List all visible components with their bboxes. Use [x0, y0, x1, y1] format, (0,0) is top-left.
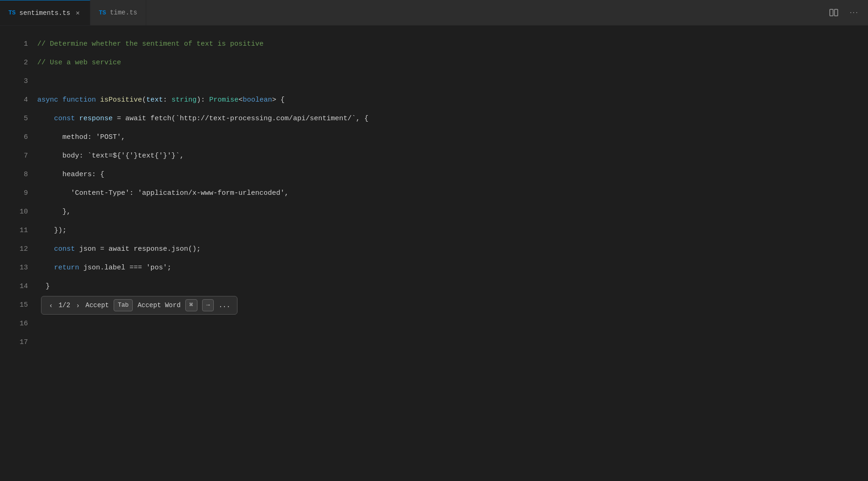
svg-rect-0 [830, 9, 833, 16]
line-number-7: 7 [14, 147, 28, 165]
code-line-9: 'Content-Type': 'application/x-www-form-… [37, 184, 849, 203]
code-token: json.label === 'pos'; [79, 262, 171, 274]
code-line-8: headers: { [37, 165, 849, 184]
code-line-13: return json.label === 'pos'; [37, 259, 849, 277]
accept-label: Accept [86, 300, 109, 310]
code-line-16 [37, 315, 849, 333]
line-number-13: 13 [14, 259, 28, 277]
code-token: return [54, 262, 79, 274]
tab-close-sentiments[interactable]: ✕ [74, 8, 81, 18]
more-options-label[interactable]: ... [218, 300, 230, 310]
code-token: response [79, 113, 113, 124]
line-number-9: 9 [14, 184, 28, 203]
code-line-10: }, [37, 203, 849, 221]
tab-key-badge: Tab [114, 299, 133, 312]
code-line-1: // Determine whether the sentiment of te… [37, 35, 849, 54]
code-token [37, 244, 54, 255]
code-line-5: const response = await fetch(`http://tex… [37, 110, 849, 128]
code-line-2: // Use a web service [37, 54, 849, 72]
svg-rect-1 [834, 9, 838, 16]
code-token: > { [272, 95, 285, 106]
arrow-key-badge: → [202, 299, 214, 312]
tab-bar-actions: ··· [820, 7, 868, 19]
code-token: const [54, 113, 75, 124]
code-token: boolean [243, 95, 272, 106]
line-number-4: 4 [14, 91, 28, 110]
tab-sentiments[interactable]: TS sentiments.ts ✕ [0, 0, 90, 25]
line-number-15: 15 [14, 296, 28, 315]
code-token: 'Content-Type': 'application/x-www-form-… [37, 188, 289, 199]
code-line-17 [37, 333, 849, 352]
code-line-6: method: 'POST', [37, 128, 849, 147]
line-number-16: 16 [14, 315, 28, 333]
line-number-1: 1 [14, 35, 28, 54]
code-content[interactable]: // Determine whether the sentiment of te… [37, 35, 868, 481]
code-token: ( [142, 95, 146, 106]
code-line-14: } [37, 277, 849, 296]
accept-word-label: Accept Word [137, 300, 180, 310]
split-editor-button[interactable] [827, 7, 841, 18]
code-token: }); [37, 225, 67, 236]
suggestion-prev-button[interactable]: ‹ [48, 301, 54, 310]
suggestion-next-button[interactable]: › [75, 301, 81, 310]
code-line-4: async function isPositive ( text : strin… [37, 91, 849, 110]
code-token [96, 95, 100, 106]
code-token: method: 'POST', [37, 132, 125, 143]
suggestion-toolbar: ‹ 1/2 › Accept Tab Accept Word ⌘ → ... [41, 296, 237, 315]
code-token: // Use a web service [37, 57, 121, 69]
more-actions-button[interactable]: ··· [848, 7, 861, 19]
code-token: }, [37, 206, 71, 218]
tab-time[interactable]: TS time.ts [90, 0, 146, 25]
line-number-14: 14 [14, 277, 28, 296]
ts-badge-time: TS [99, 9, 106, 16]
code-token: = await fetch(`http://text-processing.co… [113, 113, 368, 124]
code-line-15: ‹ 1/2 › Accept Tab Accept Word ⌘ → ... [37, 296, 849, 315]
code-token [37, 262, 54, 274]
code-line-12: const json = await response.json(); [37, 240, 849, 259]
editor-container: TS sentiments.ts ✕ TS time.ts ··· 1 2 [0, 0, 868, 481]
line-number-11: 11 [14, 221, 28, 240]
code-token: isPositive [100, 95, 142, 106]
tab-label-sentiments: sentiments.ts [20, 9, 70, 17]
code-token [75, 113, 79, 124]
code-token: ): [197, 95, 209, 106]
line-number-8: 8 [14, 165, 28, 184]
code-area: 1 2 3 4 5 6 7 8 9 10 11 12 13 14 15 16 1… [0, 26, 868, 481]
code-token: Promise [209, 95, 238, 106]
line-numbers: 1 2 3 4 5 6 7 8 9 10 11 12 13 14 15 16 1… [0, 35, 37, 481]
code-token: async [37, 95, 58, 106]
code-token: < [238, 95, 243, 106]
code-token [58, 95, 62, 106]
ts-badge-sentiments: TS [8, 9, 16, 16]
tab-bar: TS sentiments.ts ✕ TS time.ts ··· [0, 0, 868, 26]
line-number-6: 6 [14, 128, 28, 147]
code-line-3 [37, 72, 849, 91]
line-number-10: 10 [14, 203, 28, 221]
line-number-5: 5 [14, 110, 28, 128]
line-number-12: 12 [14, 240, 28, 259]
code-line-7: body: `text=${'{'}text{'}'}`, [37, 147, 849, 165]
code-token: headers: { [37, 169, 104, 180]
code-token: // Determine whether the sentiment of te… [37, 39, 264, 50]
code-token: function [62, 95, 96, 106]
cmd-key-badge: ⌘ [185, 299, 197, 312]
line-number-3: 3 [14, 72, 28, 91]
code-token [37, 113, 54, 124]
suggestion-counter: 1/2 [59, 300, 70, 310]
code-token: : [163, 95, 171, 106]
more-actions-icon: ··· [850, 8, 859, 17]
code-line-11: }); [37, 221, 849, 240]
code-token: json = await response.json(); [75, 244, 201, 255]
code-token: body: `text=${'{'}text{'}'}`, [37, 151, 184, 162]
tab-label-time: time.ts [110, 9, 137, 16]
code-token: string [171, 95, 197, 106]
code-token: const [54, 244, 75, 255]
code-token: } [37, 281, 50, 292]
line-number-2: 2 [14, 54, 28, 72]
line-number-17: 17 [14, 333, 28, 352]
code-token: text [146, 95, 163, 106]
